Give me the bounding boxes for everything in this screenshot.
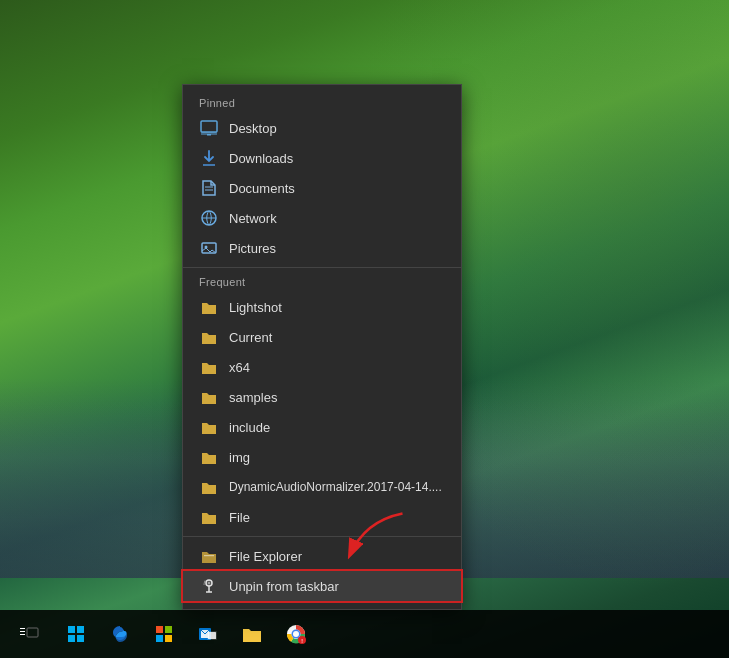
svg-rect-24: [156, 626, 163, 633]
svg-rect-26: [156, 635, 163, 642]
divider-2: [183, 536, 461, 537]
svg-point-14: [208, 582, 211, 585]
menu-item-x64[interactable]: x64: [183, 352, 461, 382]
menu-item-network[interactable]: Network: [183, 203, 461, 233]
pictures-icon: [199, 238, 219, 258]
taskbar-edge-button[interactable]: [98, 612, 142, 656]
svg-rect-27: [165, 635, 172, 642]
network-icon: [199, 208, 219, 228]
menu-item-file-explorer[interactable]: File Explorer: [183, 541, 461, 571]
taskbar-search-button[interactable]: [4, 612, 54, 656]
frequent-section-label: Frequent: [183, 272, 461, 292]
file-explorer-icon: [199, 546, 219, 566]
menu-item-desktop[interactable]: Desktop: [183, 113, 461, 143]
dynamic-folder-icon: [199, 477, 219, 497]
menu-item-img[interactable]: img: [183, 442, 461, 472]
unpin-icon: [199, 576, 219, 596]
current-label: Current: [229, 330, 272, 345]
taskbar: !: [0, 610, 729, 658]
pictures-label: Pictures: [229, 241, 276, 256]
menu-item-lightshot[interactable]: Lightshot: [183, 292, 461, 322]
menu-item-samples[interactable]: samples: [183, 382, 461, 412]
svg-rect-19: [27, 628, 38, 637]
documents-label: Documents: [229, 181, 295, 196]
img-folder-icon: [199, 447, 219, 467]
taskbar-store-button[interactable]: [142, 612, 186, 656]
svg-rect-23: [77, 635, 84, 642]
pinned-section-label: Pinned: [183, 93, 461, 113]
menu-item-downloads[interactable]: Downloads: [183, 143, 461, 173]
downloads-label: Downloads: [229, 151, 293, 166]
documents-icon: [199, 178, 219, 198]
file-folder-icon: [199, 507, 219, 527]
menu-item-include[interactable]: include: [183, 412, 461, 442]
taskbar-outlook-button[interactable]: [186, 612, 230, 656]
menu-item-current[interactable]: Current: [183, 322, 461, 352]
divider-1: [183, 267, 461, 268]
file-label: File: [229, 510, 250, 525]
x64-folder-icon: [199, 357, 219, 377]
lightshot-folder-icon: [199, 297, 219, 317]
include-folder-icon: [199, 417, 219, 437]
svg-rect-10: [204, 555, 214, 556]
dynamic-label: DynamicAudioNormalizer.2017-04-14....: [229, 480, 442, 494]
svg-point-34: [293, 631, 299, 637]
taskbar-start-button[interactable]: [54, 612, 98, 656]
menu-item-dynamic[interactable]: DynamicAudioNormalizer.2017-04-14....: [183, 472, 461, 502]
lightshot-label: Lightshot: [229, 300, 282, 315]
desktop-label: Desktop: [229, 121, 277, 136]
samples-label: samples: [229, 390, 277, 405]
file-explorer-label: File Explorer: [229, 549, 302, 564]
menu-item-unpin[interactable]: Unpin from taskbar: [183, 571, 461, 601]
svg-rect-22: [68, 635, 75, 642]
samples-folder-icon: [199, 387, 219, 407]
svg-rect-25: [165, 626, 172, 633]
unpin-label: Unpin from taskbar: [229, 579, 339, 594]
taskbar-file-explorer-button[interactable]: [230, 612, 274, 656]
current-folder-icon: [199, 327, 219, 347]
svg-rect-20: [68, 626, 75, 633]
menu-item-documents[interactable]: Documents: [183, 173, 461, 203]
svg-rect-31: [208, 632, 216, 639]
include-label: include: [229, 420, 270, 435]
svg-rect-21: [77, 626, 84, 633]
svg-rect-0: [201, 121, 217, 132]
taskbar-chrome-button[interactable]: !: [274, 612, 318, 656]
desktop-icon: [199, 118, 219, 138]
menu-item-pictures[interactable]: Pictures: [183, 233, 461, 263]
svg-rect-17: [20, 631, 25, 632]
network-label: Network: [229, 211, 277, 226]
img-label: img: [229, 450, 250, 465]
x64-label: x64: [229, 360, 250, 375]
menu-item-file[interactable]: File: [183, 502, 461, 532]
svg-rect-16: [20, 628, 25, 629]
context-menu: Pinned Desktop Downloads Documents Netwo…: [182, 84, 462, 610]
svg-rect-2: [207, 134, 211, 136]
svg-rect-18: [20, 634, 25, 635]
downloads-icon: [199, 148, 219, 168]
